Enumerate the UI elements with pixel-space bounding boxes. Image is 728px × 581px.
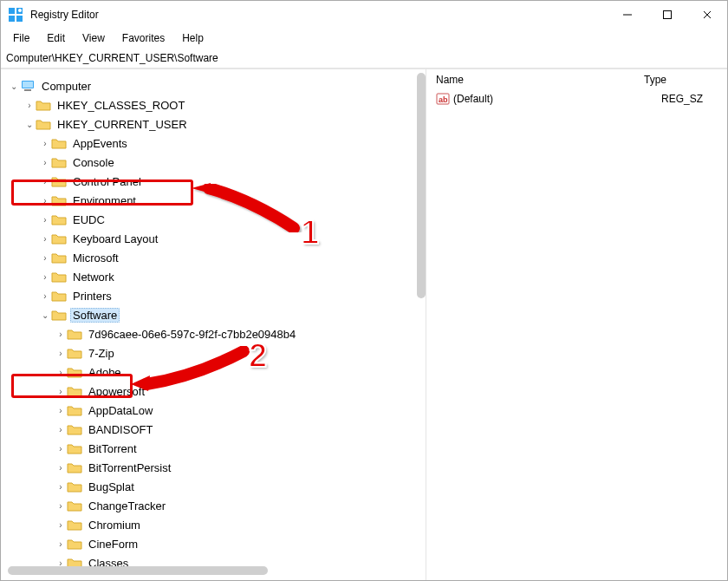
expander-icon[interactable]: ›: [23, 99, 36, 111]
expander-icon[interactable]: ›: [55, 366, 67, 378]
maximize-button[interactable]: [647, 1, 687, 29]
menu-view[interactable]: View: [74, 30, 114, 46]
tree-node[interactable]: ›Console: [8, 153, 426, 172]
tree-node-hkcr[interactable]: › HKEY_CLASSES_ROOT: [8, 95, 426, 114]
folder-icon: [67, 499, 82, 512]
column-type[interactable]: Type: [644, 74, 720, 86]
value-name: (Default): [453, 93, 661, 105]
folder-icon: [67, 441, 82, 455]
expander-icon[interactable]: ›: [55, 404, 67, 416]
menu-file[interactable]: File: [4, 30, 38, 46]
tree-node[interactable]: ›AppDataLow: [8, 401, 426, 420]
tree-pane: ⌄ Computer › HKEY_CLASSES_ROOT: [1, 69, 426, 580]
expander-icon[interactable]: ›: [55, 480, 67, 493]
computer-icon: [20, 79, 36, 93]
svg-rect-3: [16, 16, 23, 22]
expander-icon[interactable]: ›: [55, 538, 67, 550]
close-button[interactable]: [687, 1, 727, 29]
expander-icon[interactable]: ⌄: [8, 80, 20, 92]
tree-node[interactable]: ›Apowersoft: [8, 382, 426, 401]
registry-tree[interactable]: ⌄ Computer › HKEY_CLASSES_ROOT: [8, 76, 426, 572]
folder-icon: [67, 537, 82, 551]
tree-node[interactable]: ›BitTorrent: [8, 439, 426, 458]
tree-node[interactable]: ›Adobe: [8, 362, 426, 382]
folder-icon: [67, 460, 82, 474]
tree-node-hkcu[interactable]: ⌄ HKEY_CURRENT_USER: [8, 114, 426, 134]
value-row-default[interactable]: ab (Default) REG_SZ: [429, 90, 727, 108]
expander-icon[interactable]: ›: [55, 442, 67, 454]
tree-label: AppDataLow: [86, 403, 155, 418]
tree-label: Apowersoft: [86, 384, 147, 399]
tree-node[interactable]: ›Network: [8, 267, 426, 286]
tree-label: Network: [70, 270, 117, 284]
tree-node[interactable]: ›BitTorrentPersist: [8, 458, 426, 477]
menu-bar: File Edit View Favorites Help: [1, 29, 727, 48]
tree-node[interactable]: ›Microsoft: [8, 248, 426, 267]
column-name[interactable]: Name: [436, 74, 644, 86]
folder-icon: [51, 212, 67, 226]
menu-help[interactable]: Help: [173, 30, 212, 46]
expander-icon[interactable]: ›: [55, 461, 67, 473]
tree-label: Console: [70, 155, 117, 170]
address-bar[interactable]: Computer\HKEY_CURRENT_USER\Software: [1, 48, 727, 69]
folder-icon: [67, 327, 82, 341]
menu-favorites[interactable]: Favorites: [114, 30, 173, 46]
expander-icon[interactable]: ›: [39, 194, 51, 206]
expander-icon[interactable]: ›: [55, 499, 67, 512]
expander-icon[interactable]: ›: [39, 175, 51, 187]
expander-icon[interactable]: ⌄: [39, 309, 51, 321]
folder-icon: [67, 518, 82, 532]
expander-icon[interactable]: ›: [39, 251, 51, 264]
tree-horizontal-scrollbar[interactable]: [8, 566, 268, 575]
tree-node[interactable]: ›BugSplat: [8, 477, 426, 496]
window-controls: [608, 1, 727, 29]
expander-icon[interactable]: ›: [55, 347, 67, 359]
tree-node[interactable]: ›ChangeTracker: [8, 496, 426, 515]
tree-label: BitTorrentPersist: [86, 460, 173, 475]
folder-icon: [51, 193, 67, 207]
folder-icon: [51, 136, 67, 150]
tree-node[interactable]: ›EUDC: [8, 210, 426, 229]
tree-scrollbar[interactable]: [417, 73, 426, 298]
folder-icon: [67, 384, 82, 398]
svg-rect-2: [9, 16, 15, 22]
regedit-app-icon: [8, 7, 23, 23]
svg-text:ab: ab: [439, 95, 448, 104]
tree-node[interactable]: ›7d96caee-06e6-597c-9f2f-c7bb2e0948b4: [8, 324, 426, 343]
expander-icon[interactable]: ›: [39, 213, 51, 225]
tree-node[interactable]: ›Printers: [8, 286, 426, 305]
folder-icon: [51, 289, 67, 303]
minimize-button[interactable]: [608, 1, 647, 29]
tree-label: BitTorrent: [86, 441, 140, 456]
expander-icon[interactable]: ›: [55, 519, 67, 531]
tree-node[interactable]: ›Control Panel: [8, 172, 426, 191]
svg-point-4: [18, 9, 22, 12]
values-header[interactable]: Name Type: [429, 69, 727, 90]
expander-icon[interactable]: ›: [39, 271, 51, 283]
folder-icon: [51, 174, 67, 188]
expander-icon[interactable]: ›: [55, 385, 67, 397]
tree-node-computer[interactable]: ⌄ Computer: [8, 76, 426, 95]
tree-node[interactable]: ›Environment: [8, 191, 426, 210]
menu-edit[interactable]: Edit: [38, 30, 74, 46]
expander-icon[interactable]: ⌄: [23, 118, 36, 130]
tree-node[interactable]: ›Chromium: [8, 515, 426, 534]
tree-label: BANDISOFT: [86, 422, 155, 437]
expander-icon[interactable]: ›: [39, 156, 51, 168]
window-title: Registry Editor: [30, 9, 608, 21]
expander-icon[interactable]: ›: [55, 328, 67, 340]
folder-icon: [36, 117, 51, 131]
tree-label: AppEvents: [70, 136, 130, 151]
expander-icon[interactable]: ›: [55, 423, 67, 435]
svg-rect-10: [23, 82, 33, 88]
tree-node[interactable]: ⌄Software: [8, 305, 426, 324]
tree-node[interactable]: ›Keyboard Layout: [8, 229, 426, 248]
expander-icon[interactable]: ›: [39, 232, 51, 245]
expander-icon[interactable]: ›: [39, 137, 51, 149]
tree-node[interactable]: ›CineForm: [8, 534, 426, 553]
expander-icon[interactable]: ›: [39, 290, 51, 302]
tree-node[interactable]: ›7-Zip: [8, 343, 426, 362]
tree-label: HKEY_CLASSES_ROOT: [55, 98, 187, 113]
tree-node[interactable]: ›AppEvents: [8, 134, 426, 153]
tree-node[interactable]: ›BANDISOFT: [8, 420, 426, 439]
